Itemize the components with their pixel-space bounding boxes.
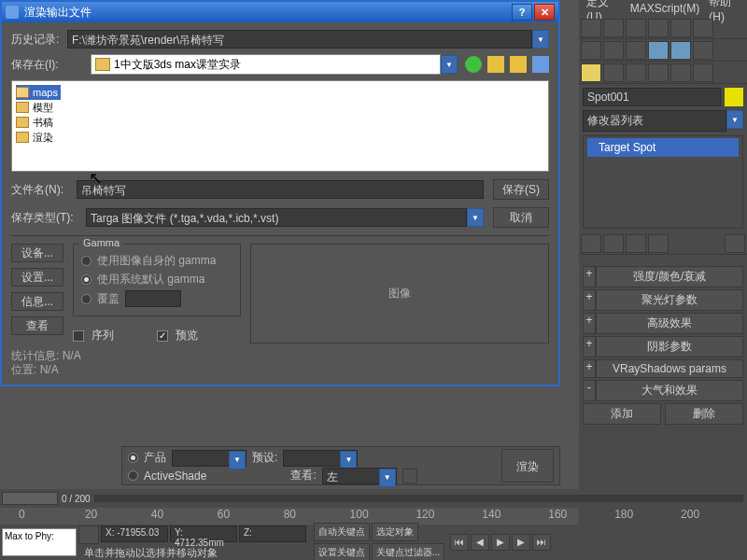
- motion-tab-icon[interactable]: [648, 63, 669, 82]
- tool-btn[interactable]: [603, 19, 624, 37]
- configure-icon[interactable]: [725, 234, 745, 253]
- rollout-expand-icon[interactable]: +: [583, 289, 596, 311]
- tool-btn[interactable]: [693, 19, 713, 37]
- tool-btn[interactable]: [581, 19, 601, 37]
- selected-filter[interactable]: 选定对象: [372, 523, 418, 541]
- dropdown-arrow-icon[interactable]: [340, 451, 357, 469]
- next-frame-icon[interactable]: ▶: [512, 534, 530, 551]
- lock-selection-icon[interactable]: [78, 525, 99, 544]
- material-editor-icon[interactable]: [581, 41, 601, 60]
- product-dropdown[interactable]: [172, 450, 247, 467]
- gamma-spinner[interactable]: [125, 290, 181, 307]
- teapot-icon[interactable]: [670, 41, 691, 60]
- dropdown-arrow-icon[interactable]: [532, 30, 549, 49]
- close-button[interactable]: ✕: [534, 4, 555, 21]
- goto-start-icon[interactable]: ⏮: [450, 534, 469, 551]
- filetype-dropdown[interactable]: Targa 图像文件 (*.tga,*.vda,*.icb,*.vst): [86, 208, 467, 227]
- time-slider-handle[interactable]: [2, 492, 58, 505]
- hierarchy-tab-icon[interactable]: [626, 63, 646, 82]
- savein-dropdown[interactable]: 1中文版3ds max课堂实录: [91, 54, 441, 75]
- view-dropdown[interactable]: 左: [322, 468, 397, 484]
- filename-input[interactable]: 吊椅特写: [77, 180, 484, 199]
- menu-maxscript[interactable]: MAXScript(M): [627, 2, 704, 15]
- dropdown-arrow-icon[interactable]: [726, 110, 743, 129]
- sequence-checkbox[interactable]: [73, 330, 84, 342]
- display-tab-icon[interactable]: [670, 63, 691, 82]
- tool-btn[interactable]: [670, 19, 691, 37]
- dropdown-arrow-icon[interactable]: [229, 451, 246, 469]
- add-button[interactable]: 添加: [583, 403, 661, 425]
- activeshade-radio[interactable]: [128, 470, 138, 481]
- dialog-titlebar[interactable]: 渲染输出文件 ? ✕: [2, 2, 558, 22]
- product-radio[interactable]: [128, 453, 138, 463]
- time-track[interactable]: [94, 495, 743, 502]
- dropdown-arrow-icon[interactable]: [467, 208, 484, 227]
- devices-button[interactable]: 设备...: [11, 244, 63, 262]
- rollout-expand-icon[interactable]: +: [583, 313, 596, 334]
- x-coord[interactable]: X: -71955.03: [101, 525, 168, 542]
- up-folder-icon[interactable]: [487, 56, 504, 73]
- auto-key-button[interactable]: 自动关键点: [314, 523, 370, 541]
- create-tab-icon[interactable]: [581, 63, 601, 82]
- utilities-tab-icon[interactable]: [693, 63, 713, 82]
- gamma-override-radio[interactable]: [81, 294, 92, 304]
- new-folder-icon[interactable]: [510, 56, 527, 73]
- tool-btn[interactable]: [603, 41, 624, 60]
- gamma-system-radio[interactable]: [81, 274, 92, 285]
- object-name-input[interactable]: Spot001: [583, 88, 721, 106]
- folder-item[interactable]: 书稿: [16, 115, 544, 130]
- rollout-shadow[interactable]: 阴影参数: [596, 336, 743, 357]
- preset-dropdown[interactable]: [283, 450, 358, 467]
- play-icon[interactable]: ▶: [491, 534, 510, 551]
- z-coord[interactable]: Z:: [239, 525, 306, 542]
- gamma-image-radio[interactable]: [81, 256, 92, 266]
- save-button[interactable]: 保存(S): [493, 179, 549, 200]
- tool-btn[interactable]: [626, 19, 646, 37]
- tool-btn[interactable]: [626, 234, 646, 253]
- back-icon[interactable]: [465, 56, 482, 73]
- preview-checkbox[interactable]: [157, 330, 168, 342]
- modify-tab-icon[interactable]: [603, 63, 624, 82]
- rollout-atmosphere[interactable]: 大气和效果: [596, 380, 743, 401]
- pin-stack-icon[interactable]: [581, 234, 601, 253]
- info-button[interactable]: 信息...: [11, 292, 63, 311]
- rollout-expand-icon[interactable]: +: [583, 336, 596, 357]
- set-key-button[interactable]: 设置关键点: [314, 543, 370, 560]
- time-slider[interactable]: 0 / 200: [0, 489, 747, 508]
- rollout-intensity[interactable]: 强度/颜色/衰减: [596, 266, 743, 287]
- help-button[interactable]: ?: [512, 4, 532, 21]
- tool-btn[interactable]: [648, 234, 669, 253]
- rollout-collapse-icon[interactable]: -: [583, 380, 596, 401]
- dropdown-arrow-icon[interactable]: [379, 469, 396, 487]
- history-dropdown[interactable]: F:\潍坊帝景苑\render\吊椅特写: [67, 30, 532, 49]
- rollout-expand-icon[interactable]: +: [583, 359, 596, 378]
- setup-button[interactable]: 设置...: [11, 268, 63, 287]
- folder-item[interactable]: maps: [16, 85, 61, 100]
- rollout-spotlight[interactable]: 聚光灯参数: [596, 289, 743, 311]
- view-button[interactable]: 查看: [11, 316, 63, 335]
- lock-icon[interactable]: [402, 469, 417, 483]
- maxscript-listener[interactable]: Max to Phy:: [2, 528, 77, 556]
- rollout-vray[interactable]: VRayShadows params: [596, 359, 743, 378]
- file-browser[interactable]: maps 模型 书稿 渲染: [11, 80, 549, 172]
- y-coord[interactable]: Y: 4712.35mm: [170, 525, 237, 542]
- tool-btn[interactable]: [603, 234, 624, 253]
- folder-item[interactable]: 模型: [16, 100, 544, 115]
- goto-end-icon[interactable]: ⏭: [532, 534, 551, 551]
- teapot-icon[interactable]: [693, 41, 713, 60]
- rollout-advanced[interactable]: 高级效果: [596, 313, 743, 334]
- render-button[interactable]: 渲染: [501, 449, 554, 483]
- stack-item-target-spot[interactable]: Target Spot: [587, 138, 739, 157]
- view-menu-icon[interactable]: [532, 56, 549, 73]
- delete-button[interactable]: 删除: [665, 403, 743, 425]
- tool-btn[interactable]: [648, 19, 669, 37]
- key-filters-button[interactable]: 关键点过滤器...: [372, 543, 444, 560]
- modifier-list-dropdown[interactable]: 修改器列表: [583, 110, 726, 132]
- folder-item[interactable]: 渲染: [16, 130, 544, 145]
- prev-frame-icon[interactable]: ◀: [471, 534, 489, 551]
- tool-btn[interactable]: [626, 41, 646, 60]
- render-icon[interactable]: [648, 41, 669, 60]
- dropdown-arrow-icon[interactable]: [441, 55, 458, 74]
- modifier-stack[interactable]: Target Spot: [583, 135, 743, 229]
- rollout-expand-icon[interactable]: +: [583, 266, 596, 287]
